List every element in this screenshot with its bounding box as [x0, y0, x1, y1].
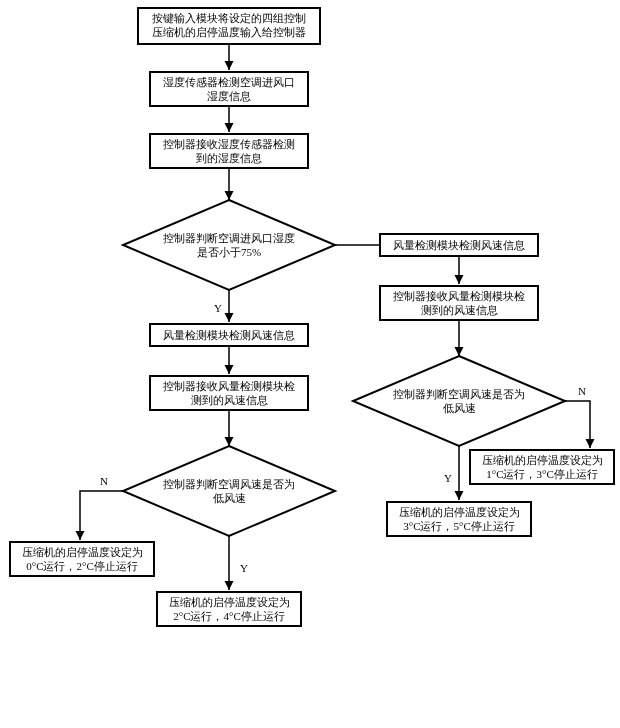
text: 测到的风速信息: [191, 394, 268, 406]
node-controller-receive-wind-right: 控制器接收风量检测模块检 测到的风速信息: [380, 286, 538, 320]
node-compressor-0-2: 压缩机的启停温度设定为 0°C运行，2°C停止运行: [10, 542, 154, 576]
svg-marker-11: [353, 356, 565, 446]
text: 压缩机的启停温度设定为: [169, 596, 290, 608]
connector: [565, 401, 590, 448]
text: 控制器判断空调风速是否为: [393, 388, 525, 400]
text: 测到的风速信息: [421, 304, 498, 316]
decision-low-wind-right: 控制器判断空调风速是否为 低风速: [353, 356, 565, 446]
label-yes: Y: [444, 472, 452, 484]
text: 按键输入模块将设定的四组控制: [152, 12, 306, 24]
connector: [80, 491, 123, 540]
flowchart-diagram: 按键输入模块将设定的四组控制 压缩机的启停温度输入给控制器 湿度传感器检测空调进…: [0, 0, 620, 728]
text: 2°C运行，4°C停止运行: [173, 610, 284, 622]
node-input-setup: 按键输入模块将设定的四组控制 压缩机的启停温度输入给控制器: [138, 8, 320, 44]
text: 到的湿度信息: [196, 152, 262, 164]
node-compressor-2-4: 压缩机的启停温度设定为 2°C运行，4°C停止运行: [157, 592, 301, 626]
text: 低风速: [213, 492, 246, 504]
node-compressor-3-5: 压缩机的启停温度设定为 3°C运行，5°C停止运行: [387, 502, 531, 536]
text: 3°C运行，5°C停止运行: [403, 520, 514, 532]
text: 1°C运行，3°C停止运行: [486, 468, 597, 480]
text: 控制器接收风量检测模块检: [393, 290, 525, 302]
text: 控制器判断空调风速是否为: [163, 478, 295, 490]
decision-humidity-75: 控制器判断空调进风口湿度 是否小于75%: [123, 200, 335, 290]
text: 风量检测模块检测风速信息: [393, 239, 525, 251]
node-controller-receive-wind-left: 控制器接收风量检测模块检 测到的风速信息: [150, 376, 308, 410]
text: 压缩机的启停温度设定为: [399, 506, 520, 518]
svg-marker-6: [123, 446, 335, 536]
node-controller-receive-humidity: 控制器接收湿度传感器检测 到的湿度信息: [150, 134, 308, 168]
text: 控制器判断空调进风口湿度: [163, 232, 295, 244]
node-wind-detect-left: 风量检测模块检测风速信息: [150, 324, 308, 346]
text: 湿度信息: [207, 90, 251, 102]
decision-low-wind-left: 控制器判断空调风速是否为 低风速: [123, 446, 335, 536]
text: 压缩机的启停温度设定为: [482, 454, 603, 466]
text: 0°C运行，2°C停止运行: [26, 560, 137, 572]
node-wind-detect-right: 风量检测模块检测风速信息: [380, 234, 538, 256]
label-yes: Y: [214, 302, 222, 314]
text: 压缩机的启停温度设定为: [22, 546, 143, 558]
text: 是否小于75%: [197, 246, 261, 258]
label-no: N: [100, 475, 108, 487]
text: 控制器接收湿度传感器检测: [163, 138, 295, 150]
text: 湿度传感器检测空调进风口: [163, 76, 295, 88]
label-yes: Y: [240, 562, 248, 574]
text: 低风速: [443, 402, 476, 414]
node-humidity-sensor: 湿度传感器检测空调进风口 湿度信息: [150, 72, 308, 106]
label-no: N: [578, 385, 586, 397]
text: 压缩机的启停温度输入给控制器: [152, 26, 306, 38]
svg-marker-3: [123, 200, 335, 290]
node-compressor-1-3: 压缩机的启停温度设定为 1°C运行，3°C停止运行: [470, 450, 614, 484]
text: 风量检测模块检测风速信息: [163, 329, 295, 341]
text: 控制器接收风量检测模块检: [163, 380, 295, 392]
